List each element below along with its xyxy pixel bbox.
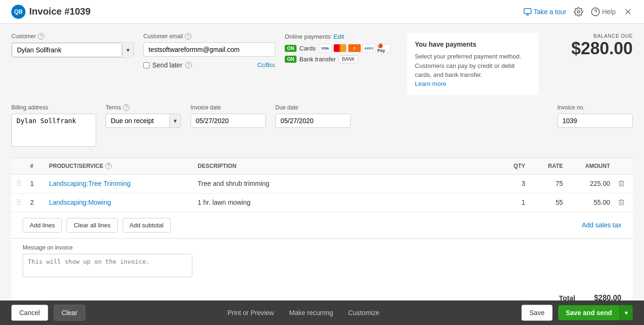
svg-point-1 bbox=[578, 10, 580, 13]
drag-handle-2[interactable]: ⠿ bbox=[11, 193, 26, 212]
cc-bcc-link[interactable]: Cc/Bcc bbox=[257, 62, 275, 68]
col-product: PRODUCT/SERVICE ? bbox=[45, 158, 194, 174]
delete-icon bbox=[618, 199, 625, 206]
invoice-no-label: Invoice no. bbox=[557, 104, 633, 111]
row-1-num: 1 bbox=[26, 175, 45, 192]
customer-input[interactable]: Dylan Sollfrank bbox=[12, 43, 122, 57]
row-2-rate[interactable]: 55 bbox=[529, 194, 567, 211]
close-button[interactable] bbox=[623, 7, 633, 17]
product-help-icon[interactable]: ? bbox=[105, 163, 112, 169]
cards-row: ON Cards VISA D AMEX 🍎Pay bbox=[285, 44, 398, 52]
terms-help-icon[interactable]: ? bbox=[123, 104, 130, 111]
help-icon bbox=[591, 7, 600, 17]
row-1-delete[interactable] bbox=[614, 175, 633, 192]
customer-section: Customer ? Dylan Sollfrank ▾ bbox=[11, 33, 134, 58]
logo-text: QB bbox=[14, 8, 23, 15]
send-later-row: Send later ? Cc/Bcc bbox=[143, 61, 275, 69]
top-bar-right: Take a tour Help bbox=[523, 7, 633, 17]
save-and-send-dropdown-button[interactable]: ▾ bbox=[619, 305, 633, 318]
logo: QB bbox=[11, 5, 25, 19]
make-recurring-link[interactable]: Make recurring bbox=[289, 309, 333, 317]
message-input[interactable] bbox=[23, 254, 192, 277]
bottom-bar: Cancel Clear Print or Preview Make recur… bbox=[0, 300, 644, 318]
bank-badge: BANK bbox=[339, 55, 358, 63]
customize-link[interactable]: Customize bbox=[348, 309, 380, 317]
save-and-send-button[interactable]: Save and send bbox=[558, 305, 619, 318]
print-preview-link[interactable]: Print or Preview bbox=[227, 309, 274, 317]
add-lines-button[interactable]: Add lines bbox=[23, 218, 62, 233]
delete-row-2-button[interactable] bbox=[618, 199, 625, 206]
row-2-delete[interactable] bbox=[614, 194, 633, 211]
invoice-date-label: Invoice date bbox=[190, 104, 266, 111]
help-button[interactable]: Help bbox=[591, 7, 616, 17]
card-icons: VISA D AMEX 🍎Pay bbox=[319, 44, 390, 52]
row-1-amount: 225.00 bbox=[567, 175, 614, 192]
invoice-no-input[interactable]: 1039 bbox=[557, 114, 633, 128]
cancel-button[interactable]: Cancel bbox=[11, 305, 48, 318]
clear-all-lines-button[interactable]: Clear all lines bbox=[66, 218, 117, 233]
customer-help-icon[interactable]: ? bbox=[38, 33, 44, 40]
due-date-input[interactable]: 05/27/2020 bbox=[275, 114, 351, 128]
learn-more-link[interactable]: Learn more bbox=[415, 80, 446, 87]
clear-button[interactable]: Clear bbox=[54, 305, 85, 318]
send-later-checkbox[interactable] bbox=[143, 62, 149, 68]
customer-label: Customer ? bbox=[11, 33, 134, 40]
edit-link[interactable]: Edit bbox=[334, 33, 344, 40]
settings-icon[interactable] bbox=[574, 7, 583, 17]
message-section: Message on invoice bbox=[11, 239, 633, 288]
save-button[interactable]: Save bbox=[521, 305, 553, 318]
billing-address-input[interactable]: Dylan Sollfrank bbox=[11, 114, 96, 147]
table-row: ⠿ 2 Landscaping:Mowing 1 hr. lawn mowing… bbox=[11, 193, 633, 212]
terms-select[interactable]: Due on receipt Net 15 Net 30 ▾ bbox=[106, 114, 181, 128]
email-label: Customer email ? bbox=[143, 33, 275, 40]
cards-label: Cards bbox=[299, 45, 316, 52]
row-1-rate[interactable]: 75 bbox=[529, 175, 567, 192]
terms-dropdown-arrow[interactable]: ▾ bbox=[169, 114, 181, 127]
send-later-help-icon[interactable]: ? bbox=[185, 62, 192, 68]
row-2-product[interactable]: Landscaping:Mowing bbox=[45, 194, 194, 211]
top-section: Customer ? Dylan Sollfrank ▾ Customer em… bbox=[11, 33, 633, 95]
online-payments-title: Online payments bbox=[285, 33, 331, 40]
save-send-group: Save and send ▾ bbox=[558, 305, 633, 318]
terms-select-input[interactable]: Due on receipt Net 15 Net 30 bbox=[106, 114, 169, 127]
balance-due-label: BALANCE DUE bbox=[548, 33, 633, 39]
row-2-description[interactable]: 1 hr. lawn mowing bbox=[194, 194, 491, 211]
row-2-num: 2 bbox=[26, 194, 45, 211]
col-hash: # bbox=[26, 158, 45, 174]
terms-label: Terms ? bbox=[106, 104, 181, 111]
invoice-date-section: Invoice date 05/27/2020 bbox=[190, 104, 266, 128]
mastercard-icon bbox=[333, 44, 347, 52]
row-2-qty[interactable]: 1 bbox=[491, 194, 529, 211]
online-payments-header: Online payments Edit bbox=[285, 33, 398, 40]
take-tour-button[interactable]: Take a tour bbox=[523, 8, 566, 16]
payments-panel: You have payments Select your preferred … bbox=[407, 33, 538, 95]
billing-address-section: Billing address Dylan Sollfrank bbox=[11, 104, 96, 148]
terms-section: Terms ? Due on receipt Net 15 Net 30 ▾ bbox=[106, 104, 181, 128]
email-input[interactable]: testsoftwareformm@gmail.com bbox=[143, 42, 275, 57]
balance-section: BALANCE DUE $280.00 bbox=[548, 33, 633, 58]
due-date-section: Due date 05/27/2020 bbox=[275, 104, 351, 128]
billing-address-label: Billing address bbox=[11, 104, 96, 111]
table-actions: Add lines Clear all lines Add subtotal A… bbox=[11, 212, 633, 239]
row-1-product[interactable]: Landscaping:Tree Trimming bbox=[45, 175, 194, 192]
discover-icon: D bbox=[348, 44, 361, 52]
bank-on-badge: ON bbox=[285, 56, 297, 63]
close-icon bbox=[623, 7, 633, 17]
row-1-description[interactable]: Tree and shrub trimming bbox=[194, 175, 491, 192]
send-later-left: Send later ? bbox=[143, 61, 192, 69]
add-sales-tax-container: Add sales tax bbox=[582, 221, 621, 229]
add-sales-tax-link[interactable]: Add sales tax bbox=[582, 221, 621, 229]
row-2-amount: 55.00 bbox=[567, 194, 614, 211]
delete-row-1-button[interactable] bbox=[618, 180, 625, 187]
customer-dropdown-arrow[interactable]: ▾ bbox=[122, 43, 133, 57]
due-date-label: Due date bbox=[275, 104, 351, 111]
customer-dropdown[interactable]: Dylan Sollfrank ▾ bbox=[11, 42, 134, 58]
apple-pay-icon: 🍎Pay bbox=[377, 44, 390, 52]
email-help-icon[interactable]: ? bbox=[185, 33, 191, 40]
invoice-date-input[interactable]: 05/27/2020 bbox=[190, 114, 266, 128]
page-title: Invoice #1039 bbox=[29, 6, 91, 17]
drag-handle-1[interactable]: ⠿ bbox=[11, 175, 26, 193]
top-bar-left: QB Invoice #1039 bbox=[11, 5, 91, 19]
row-1-qty[interactable]: 3 bbox=[491, 175, 529, 192]
add-subtotal-button[interactable]: Add subtotal bbox=[123, 218, 171, 233]
